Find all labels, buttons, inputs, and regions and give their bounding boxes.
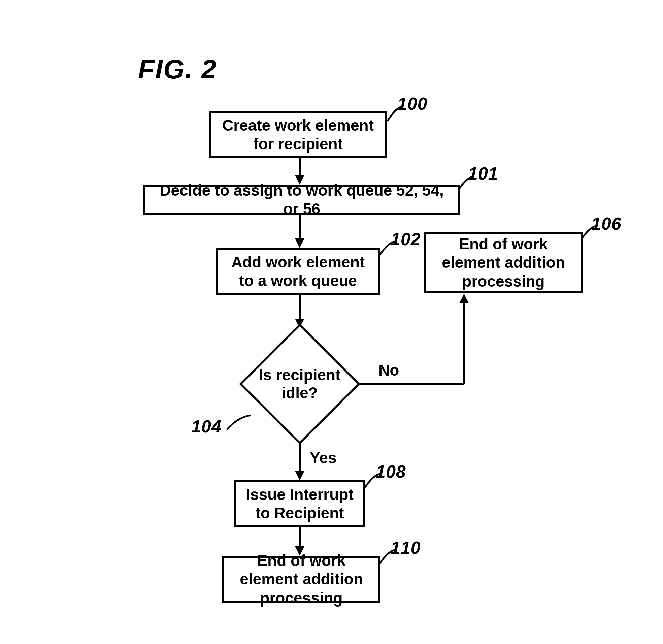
- leader-106: [578, 224, 601, 243]
- edge-label-yes: Yes: [310, 449, 336, 467]
- leader-108: [362, 472, 385, 491]
- arrow-104-to-106: [360, 293, 474, 387]
- node-end-yes: End of work element addition processing: [222, 556, 381, 603]
- node-create-work-element: Create work element for recipient: [209, 111, 387, 158]
- svg-marker-3: [295, 239, 304, 248]
- node-decision-idle: Is recipient idle?: [239, 323, 360, 445]
- leader-101: [455, 175, 479, 193]
- leader-110: [376, 548, 400, 567]
- leader-102: [376, 240, 400, 258]
- diamond-label: Is recipient idle?: [239, 323, 360, 445]
- flowchart-canvas: FIG. 2 Create work element for recipient…: [0, 0, 663, 644]
- node-decide-assign: Decide to assign to work queue 52, 54, o…: [143, 184, 460, 215]
- leader-100: [384, 105, 407, 125]
- node-add-work-element: Add work element to a work queue: [215, 248, 381, 295]
- arrow-101-to-102: [293, 215, 306, 249]
- node-end-no: End of work element addition processing: [424, 232, 582, 293]
- node-issue-interrupt: Issue Interrupt to Recipient: [234, 480, 365, 528]
- svg-marker-8: [459, 294, 469, 303]
- svg-marker-10: [295, 471, 304, 480]
- leader-104: [225, 413, 255, 433]
- ref-104: 104: [191, 416, 222, 437]
- arrow-104-to-108: [293, 443, 306, 481]
- figure-title: FIG. 2: [138, 54, 217, 85]
